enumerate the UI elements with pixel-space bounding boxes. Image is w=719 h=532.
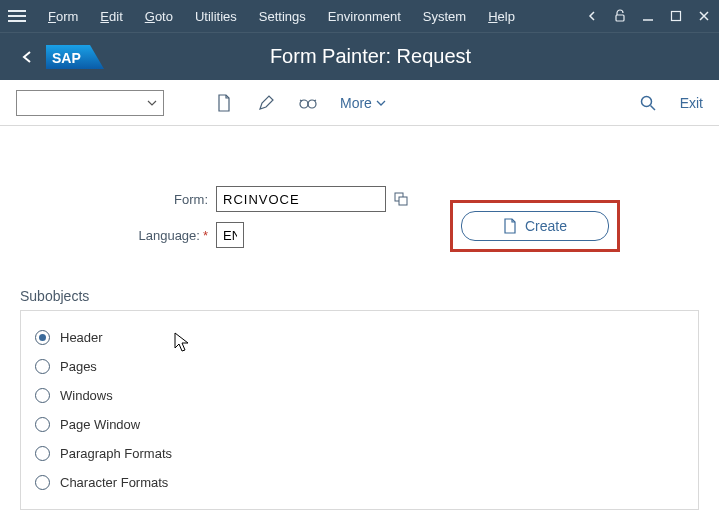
form-name-input[interactable]: [216, 186, 386, 212]
menu-edit[interactable]: Edit: [90, 3, 132, 30]
close-icon[interactable]: [697, 9, 711, 23]
menu-utilities[interactable]: Utilities: [185, 3, 247, 30]
menubar: Form Edit Goto Utilities Settings Enviro…: [0, 0, 719, 32]
glasses-icon[interactable]: [298, 93, 318, 113]
subobject-page-window[interactable]: Page Window: [35, 410, 684, 439]
subobject-label: Paragraph Formats: [60, 446, 172, 461]
chevron-down-icon: [376, 98, 386, 108]
more-menu[interactable]: More: [340, 95, 386, 111]
subobject-label: Page Window: [60, 417, 140, 432]
radio-icon[interactable]: [35, 330, 50, 345]
subobjects-section: Subobjects Header Pages Windows Page Win…: [20, 288, 699, 510]
chevron-left-icon[interactable]: [585, 9, 599, 23]
pencil-icon[interactable]: [256, 93, 276, 113]
search-icon[interactable]: [638, 93, 658, 113]
subobject-header[interactable]: Header: [35, 323, 684, 352]
radio-icon[interactable]: [35, 359, 50, 374]
back-icon[interactable]: [14, 44, 40, 70]
svg-rect-9: [399, 197, 407, 205]
f4-help-icon[interactable]: [390, 188, 412, 210]
titlebar: SAP Form Painter: Request: [0, 32, 719, 80]
language-label: Language:*: [20, 228, 216, 243]
subobject-label: Windows: [60, 388, 113, 403]
content-area: Form: Language:* Subobjects Header Pages…: [0, 126, 719, 510]
toolbar-dropdown[interactable]: [16, 90, 164, 116]
menu-form[interactable]: Form: [38, 3, 88, 30]
subobject-label: Character Formats: [60, 475, 168, 490]
radio-icon[interactable]: [35, 417, 50, 432]
toolbar: More Exit: [0, 80, 719, 126]
menu-settings[interactable]: Settings: [249, 3, 316, 30]
menu-goto[interactable]: Goto: [135, 3, 183, 30]
subobject-pages[interactable]: Pages: [35, 352, 684, 381]
radio-icon[interactable]: [35, 388, 50, 403]
svg-rect-0: [616, 15, 624, 21]
subobject-label: Header: [60, 330, 103, 345]
svg-line-7: [650, 105, 655, 110]
menu-help[interactable]: Help: [478, 3, 525, 30]
subobject-character-formats[interactable]: Character Formats: [35, 468, 684, 497]
page-icon: [503, 218, 517, 234]
svg-rect-2: [672, 12, 681, 21]
chevron-down-icon: [147, 98, 157, 108]
subobjects-title: Subobjects: [20, 288, 699, 304]
svg-point-6: [641, 96, 651, 106]
lock-open-icon[interactable]: [613, 9, 627, 23]
form-label: Form:: [20, 192, 216, 207]
radio-icon[interactable]: [35, 475, 50, 490]
exit-button[interactable]: Exit: [680, 95, 703, 111]
svg-text:SAP: SAP: [52, 50, 81, 66]
maximize-icon[interactable]: [669, 9, 683, 23]
menu-environment[interactable]: Environment: [318, 3, 411, 30]
page-title: Form Painter: Request: [106, 45, 635, 68]
subobject-label: Pages: [60, 359, 97, 374]
language-input[interactable]: [216, 222, 244, 248]
page-icon[interactable]: [214, 93, 234, 113]
create-button[interactable]: Create: [461, 211, 609, 241]
subobject-windows[interactable]: Windows: [35, 381, 684, 410]
hamburger-icon[interactable]: [8, 7, 26, 25]
radio-icon[interactable]: [35, 446, 50, 461]
create-highlight-box: Create: [450, 200, 620, 252]
minimize-icon[interactable]: [641, 9, 655, 23]
menu-system[interactable]: System: [413, 3, 476, 30]
sap-logo: SAP: [46, 42, 106, 72]
subobject-paragraph-formats[interactable]: Paragraph Formats: [35, 439, 684, 468]
